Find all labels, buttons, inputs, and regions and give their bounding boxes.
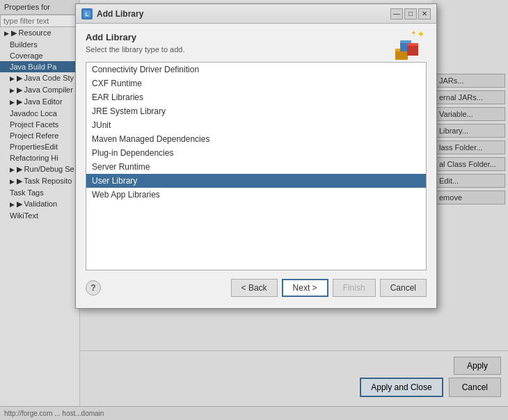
modal-title-text: Add Library bbox=[97, 9, 143, 19]
modal-heading: Add Library bbox=[86, 32, 427, 42]
modal-body: ✦ ✦ Add Library Select the library type … bbox=[76, 24, 436, 308]
library-list[interactable]: Connectivity Driver DefinitionCXF Runtim… bbox=[86, 62, 427, 270]
svg-rect-5 bbox=[400, 40, 411, 43]
svg-rect-6 bbox=[407, 45, 418, 56]
lib-item-junit[interactable]: JUnit bbox=[86, 118, 426, 132]
lib-item-connectivity-driver-definition[interactable]: Connectivity Driver Definition bbox=[86, 63, 426, 76]
lib-item-cxf-runtime[interactable]: CXF Runtime bbox=[86, 76, 426, 90]
lib-item-plug-in-dependencies[interactable]: Plug-in Dependencies bbox=[86, 146, 426, 160]
svg-rect-7 bbox=[407, 43, 418, 46]
help-button[interactable]: ? bbox=[86, 280, 101, 296]
modal-minimize-btn[interactable]: — bbox=[390, 8, 403, 19]
back-button[interactable]: < Back bbox=[231, 279, 278, 297]
svg-rect-2 bbox=[395, 50, 408, 60]
cancel-button-modal[interactable]: Cancel bbox=[380, 279, 427, 297]
svg-text:✦: ✦ bbox=[417, 29, 425, 40]
lib-item-server-runtime[interactable]: Server Runtime bbox=[86, 160, 426, 174]
lib-item-jre-system-library[interactable]: JRE System Library bbox=[86, 104, 426, 118]
lib-item-ear-libraries[interactable]: EAR Libraries bbox=[86, 90, 426, 104]
modal-title-left: L Add Library bbox=[81, 8, 143, 19]
modal-footer-right: < Back Next > Finish Cancel bbox=[231, 279, 427, 297]
modal-controls: — □ ✕ bbox=[390, 8, 431, 19]
books-icon: ✦ ✦ bbox=[392, 29, 427, 66]
modal-footer-left: ? bbox=[86, 280, 101, 296]
svg-text:L: L bbox=[86, 11, 89, 17]
modal-footer: ? < Back Next > Finish Cancel bbox=[86, 279, 427, 300]
modal-close-btn[interactable]: ✕ bbox=[418, 8, 431, 19]
modal-title-icon: L bbox=[81, 8, 93, 19]
finish-button[interactable]: Finish bbox=[333, 279, 376, 297]
modal-subheading: Select the library type to add. bbox=[86, 45, 427, 54]
svg-text:✦: ✦ bbox=[411, 30, 416, 36]
modal-maximize-btn[interactable]: □ bbox=[404, 8, 417, 19]
add-library-dialog: L Add Library — □ ✕ ✦ ✦ bbox=[75, 3, 437, 309]
next-button[interactable]: Next > bbox=[282, 279, 328, 297]
lib-item-web-app-libraries[interactable]: Web App Libraries bbox=[86, 188, 426, 202]
modal-titlebar: L Add Library — □ ✕ bbox=[76, 4, 436, 24]
lib-item-maven-managed-dependencies[interactable]: Maven Managed Dependencies bbox=[86, 132, 426, 146]
lib-item-user-library[interactable]: User Library bbox=[86, 174, 426, 188]
